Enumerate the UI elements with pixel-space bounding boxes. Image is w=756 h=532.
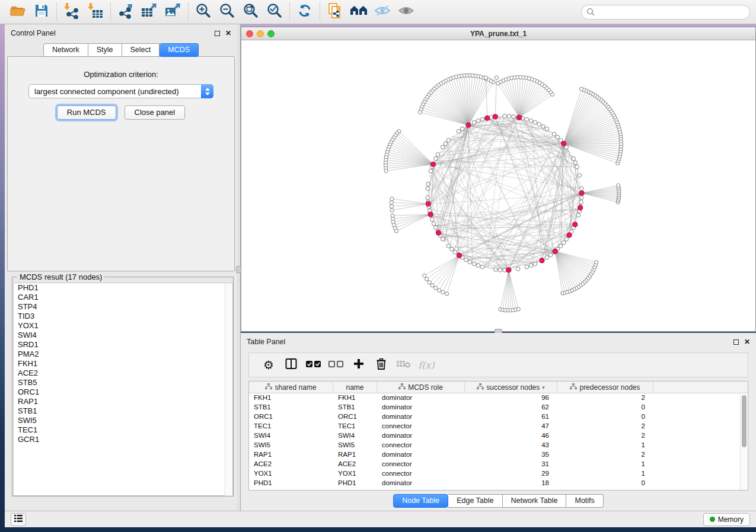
- float-window-icon[interactable]: [733, 339, 739, 345]
- table-row-swi4[interactable]: SWI4SWI4dominator462: [249, 431, 748, 441]
- table-row-stb1[interactable]: STB1STB1dominator620: [249, 403, 748, 412]
- column-header-shared-name[interactable]: shared name: [249, 382, 333, 393]
- delete-column-button[interactable]: [370, 355, 393, 375]
- mcds-result-item[interactable]: FKH1: [14, 359, 232, 368]
- table-row-tec1[interactable]: TEC1TEC1connector472: [249, 422, 748, 431]
- mcds-result-item[interactable]: STB1: [14, 406, 232, 416]
- column-header-name[interactable]: name: [333, 382, 377, 393]
- tab-style[interactable]: Style: [88, 43, 122, 57]
- mcds-hub-node[interactable]: [579, 191, 584, 196]
- tab-motifs[interactable]: Motifs: [566, 494, 603, 508]
- open-file-button[interactable]: [6, 2, 30, 22]
- zoom-selected-button[interactable]: [263, 2, 286, 22]
- criterion-dropdown[interactable]: largest connected component (undirected): [28, 84, 213, 98]
- mcds-hub-node[interactable]: [562, 141, 566, 146]
- tab-network-table[interactable]: Network Table: [503, 494, 567, 508]
- mcds-result-item[interactable]: SWI5: [14, 416, 232, 425]
- mcds-hub-node[interactable]: [540, 258, 544, 263]
- mcds-result-item[interactable]: PMA2: [14, 350, 232, 359]
- zoom-out-button[interactable]: [215, 2, 239, 22]
- hide-selected-button[interactable]: [371, 2, 394, 22]
- tab-edge-table[interactable]: Edge Table: [448, 494, 502, 508]
- mcds-hub-node[interactable]: [426, 201, 430, 206]
- mcds-hub-node[interactable]: [567, 233, 572, 238]
- show-panels-button[interactable]: [11, 513, 26, 526]
- mcds-result-item[interactable]: GCR1: [14, 435, 232, 444]
- mcds-hub-node[interactable]: [457, 253, 462, 258]
- table-row-phd1[interactable]: PHD1PHD1dominator180: [249, 479, 748, 488]
- mcds-result-item[interactable]: STP4: [14, 302, 232, 312]
- import-network-button[interactable]: [60, 2, 84, 22]
- memory-button[interactable]: Memory: [703, 513, 750, 526]
- mcds-result-item[interactable]: PHD1: [14, 283, 232, 293]
- mcds-result-item[interactable]: CAR1: [14, 293, 232, 302]
- mcds-result-item[interactable]: SRD1: [14, 340, 232, 350]
- column-header-predecessor-nodes[interactable]: predecessor nodes: [557, 382, 653, 393]
- column-selector-button[interactable]: [280, 355, 302, 375]
- table-cell: dominator: [377, 431, 465, 441]
- function-builder-button[interactable]: f(x): [415, 355, 438, 375]
- mcds-tab-content: Optimization criterion: largest connecte…: [7, 56, 235, 271]
- mcds-hub-node[interactable]: [578, 206, 583, 210]
- tab-select[interactable]: Select: [122, 43, 160, 57]
- run-mcds-button[interactable]: Run MCDS: [57, 105, 116, 120]
- zoom-in-button[interactable]: [192, 2, 215, 22]
- table-row-rap1[interactable]: RAP1RAP1dominator352: [249, 450, 748, 460]
- mcds-hub-node[interactable]: [493, 114, 497, 119]
- mcds-hub-node[interactable]: [506, 268, 511, 273]
- mcds-hub-node[interactable]: [428, 212, 433, 217]
- mcds-hub-node[interactable]: [466, 123, 471, 127]
- mcds-hub-node[interactable]: [485, 116, 490, 120]
- float-window-icon[interactable]: [215, 31, 220, 36]
- table-row-ace2[interactable]: ACE2ACE2connector311: [249, 460, 748, 469]
- search-input[interactable]: [581, 5, 750, 20]
- mcds-hub-node[interactable]: [517, 115, 522, 120]
- column-header-successor-nodes[interactable]: successor nodes▾: [465, 382, 557, 393]
- table-scrollbar[interactable]: [740, 394, 747, 490]
- mcds-result-item[interactable]: ACE2: [14, 368, 232, 378]
- mcds-hub-node[interactable]: [436, 230, 441, 235]
- mcds-result-list[interactable]: PHD1CAR1STP4TID3YOX1SWI4SRD1PMA2FKH1ACE2…: [13, 283, 233, 496]
- close-panel-button[interactable]: Close panel: [125, 105, 186, 120]
- refresh-button[interactable]: [293, 2, 317, 22]
- select-all-button[interactable]: [302, 355, 325, 375]
- mcds-result-item[interactable]: TEC1: [14, 425, 232, 435]
- copy-network-button[interactable]: [323, 2, 347, 22]
- table-row-swi5[interactable]: SWI5SWI5connector431: [249, 441, 748, 450]
- table-row-fkh1[interactable]: FKH1FKH1dominator962: [249, 393, 748, 403]
- table-scrollbar-thumb[interactable]: [742, 395, 747, 447]
- show-all-button[interactable]: [394, 2, 418, 22]
- delete-table-button[interactable]: [393, 355, 415, 375]
- column-header-mcds-role[interactable]: MCDS role: [377, 382, 465, 393]
- mcds-result-item[interactable]: SWI4: [14, 331, 232, 340]
- tab-node-table[interactable]: Node Table: [393, 494, 448, 508]
- close-icon[interactable]: ✕: [744, 339, 750, 345]
- mcds-result-item[interactable]: TID3: [14, 312, 232, 321]
- mcds-hub-node[interactable]: [430, 162, 435, 166]
- save-session-button[interactable]: [30, 2, 53, 22]
- first-neighbors-button[interactable]: [347, 2, 371, 22]
- mcds-result-item[interactable]: STB5: [14, 378, 232, 387]
- network-window-titlebar[interactable]: YPA_prune.txt_1: [241, 27, 755, 40]
- mcds-hub-node[interactable]: [573, 222, 578, 227]
- mcds-result-item[interactable]: RAP1: [14, 397, 232, 406]
- network-canvas[interactable]: [241, 40, 755, 331]
- tab-mcds[interactable]: MCDS: [160, 43, 199, 57]
- table-cell: TEC1: [333, 422, 377, 431]
- table-options-button[interactable]: ⚙: [257, 355, 280, 375]
- export-network-button[interactable]: [114, 2, 138, 22]
- export-image-button[interactable]: [161, 2, 185, 22]
- table-row-orc1[interactable]: ORC1ORC1dominator610: [249, 412, 748, 422]
- mcds-result-item[interactable]: YOX1: [14, 321, 232, 331]
- mcds-hub-node[interactable]: [553, 249, 557, 254]
- tab-network[interactable]: Network: [43, 43, 88, 57]
- mcds-result-item[interactable]: ORC1: [14, 387, 232, 397]
- import-table-button[interactable]: [84, 2, 107, 22]
- add-column-button[interactable]: [347, 355, 370, 375]
- deselect-all-button[interactable]: [325, 355, 347, 375]
- zoom-fit-button[interactable]: [239, 2, 263, 22]
- table-row-yox1[interactable]: YOX1YOX1connector291: [249, 469, 748, 479]
- close-icon[interactable]: ✕: [225, 31, 231, 36]
- result-list-scrollbar[interactable]: [225, 283, 232, 496]
- export-table-button[interactable]: [138, 2, 161, 22]
